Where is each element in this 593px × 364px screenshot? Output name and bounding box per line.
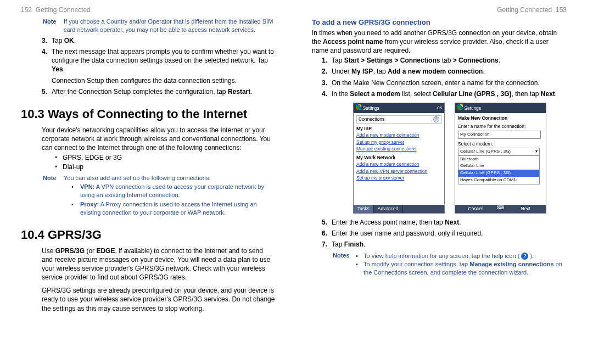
step-item: 5.After the Connection Setup completes t… xyxy=(42,87,276,96)
start-icon xyxy=(356,104,361,110)
note-item: •To modify your connection settings, tap… xyxy=(356,260,567,277)
page-spread: 152 Getting Connected Note If you choose… xyxy=(0,0,593,364)
step-list: 5.After the Connection Setup completes t… xyxy=(42,87,276,96)
bullet-item: •GPRS, EDGE or 3G xyxy=(55,153,276,162)
step-item: 3.Tap OK. xyxy=(42,36,276,45)
titlebar: Settings xyxy=(455,103,546,113)
notes-block: Notes •To view help information for any … xyxy=(333,251,567,278)
screen-link: Set up my proxy server xyxy=(356,175,441,181)
keyboard-icon: ⌨ xyxy=(496,205,506,213)
notes-items: •To view help information for any screen… xyxy=(356,251,567,278)
note-block: Note You can also add and set up the fol… xyxy=(43,174,276,182)
step-item: 5.Enter the Access point name, then tap … xyxy=(322,218,567,227)
note-item: •To view help information for any screen… xyxy=(356,252,567,260)
step-item: 1.Tap Start > Settings > Connections tab… xyxy=(322,56,567,65)
note-sub-list: •VPN: A VPN connection is used to access… xyxy=(71,183,276,216)
screen-link: Add a new modem connection xyxy=(356,132,441,138)
cancel-button: Cancel xyxy=(455,205,496,213)
step-item: 2.Under My ISP, tap Add a new modem conn… xyxy=(322,67,567,76)
chevron-down-icon: ▾ xyxy=(535,149,538,155)
category: My ISP xyxy=(356,126,441,132)
name-input: My Connection xyxy=(458,131,541,139)
header-row: Connections ? xyxy=(356,115,441,124)
page-152: 152 Getting Connected Note If you choose… xyxy=(0,0,296,364)
section-heading: 10.3 Ways of Connecting to the Internet xyxy=(21,106,276,122)
screenshot-connections: Settings ok Connections ? My ISP Add a n… xyxy=(353,103,445,214)
section-title: Getting Connected xyxy=(497,6,552,14)
dropdown-option: Cellular Line (GPRS , 3G) xyxy=(458,170,539,177)
running-header-right: Getting Connected 153 xyxy=(312,5,567,14)
note-label: Note xyxy=(43,174,64,182)
tab: Tasks xyxy=(354,205,374,213)
note-item: •VPN: A VPN connection is used to access… xyxy=(71,183,276,199)
modem-select: Cellular Line (GPRS , 3G)▾ BluetoothCell… xyxy=(458,148,540,184)
step-item: 6.Enter the user name and password, only… xyxy=(322,229,567,238)
note-body: If you choose a Country and/or Operator … xyxy=(64,18,276,34)
screenshot-row: Settings ok Connections ? My ISP Add a n… xyxy=(333,103,567,214)
bullet-item: •Dial-up xyxy=(55,163,276,171)
next-button: Next xyxy=(506,205,546,213)
step-item: 7.Tap Finish. xyxy=(322,240,567,249)
note-block: Note If you choose a Country and/or Oper… xyxy=(43,18,276,34)
bullet-list: •GPRS, EDGE or 3G•Dial-up xyxy=(55,153,276,171)
step-item: 3.On the Make New Connection screen, ent… xyxy=(322,79,567,87)
section-title: Getting Connected xyxy=(36,6,91,14)
field-label: Select a modem: xyxy=(458,141,543,147)
page-153: Getting Connected 153 To add a new GPRS/… xyxy=(296,0,593,364)
button-bar: Cancel ⌨ Next xyxy=(455,205,546,213)
note-label: Note xyxy=(43,18,64,34)
running-header-left: 152 Getting Connected xyxy=(21,5,276,14)
screen-body: Connections ? My ISP Add a new modem con… xyxy=(354,113,444,205)
screen-link: Add a new VPN server connection xyxy=(356,169,441,175)
step-list: 5.Enter the Access point name, then tap … xyxy=(322,218,567,249)
screen-link: Add a new modem connection xyxy=(356,161,441,167)
tabbar: Tasks Advanced xyxy=(354,205,444,213)
paragraph: Use GPRS/3G (or EDGE, if available) to c… xyxy=(42,247,276,282)
sub-heading: To add a new GPRS/3G connection xyxy=(312,18,567,27)
category: My Work Network xyxy=(356,155,441,161)
screen-body: Make New Connection Enter a name for the… xyxy=(455,113,546,205)
notes-label: Notes xyxy=(333,251,356,278)
screen-link: Manage existing connections xyxy=(356,146,441,152)
note-item: •Proxy: A Proxy connection is used to ac… xyxy=(71,200,276,217)
tab: Advanced xyxy=(374,205,403,213)
help-icon: ? xyxy=(433,116,439,122)
paragraph: Your device's networking capabilities al… xyxy=(42,126,276,153)
page-number: 153 xyxy=(556,6,567,14)
dropdown-option: Hayes Compatible on COM1: xyxy=(458,177,539,184)
section-heading: 10.4 GPRS/3G xyxy=(21,227,276,243)
screen-link: Set up my proxy server xyxy=(356,139,441,145)
step-item: 4.The next message that appears prompts … xyxy=(42,47,276,74)
step-list: 3.Tap OK.4.The next message that appears… xyxy=(42,36,276,74)
screen-heading: Make New Connection xyxy=(458,115,543,121)
dropdown-option: Bluetooth xyxy=(458,156,539,163)
start-icon xyxy=(457,104,463,110)
paragraph: Connection Setup then configures the dat… xyxy=(52,76,276,85)
note-body: You can also add and set up the followin… xyxy=(64,174,210,182)
step-item: 4.In the Select a modem list, select Cel… xyxy=(322,89,567,98)
dropdown-option: Cellular Line xyxy=(458,163,539,170)
paragraph: In times when you need to add another GP… xyxy=(312,29,567,55)
help-icon: ? xyxy=(521,253,528,260)
page-number: 152 xyxy=(21,6,32,14)
field-label: Enter a name for the connection: xyxy=(458,124,543,130)
screenshot-new-connection: Settings Make New Connection Enter a nam… xyxy=(455,103,546,214)
step-list: 1.Tap Start > Settings > Connections tab… xyxy=(322,56,567,98)
paragraph: GPRS/3G settings are already preconfigur… xyxy=(42,286,276,313)
titlebar: Settings ok xyxy=(354,103,444,113)
